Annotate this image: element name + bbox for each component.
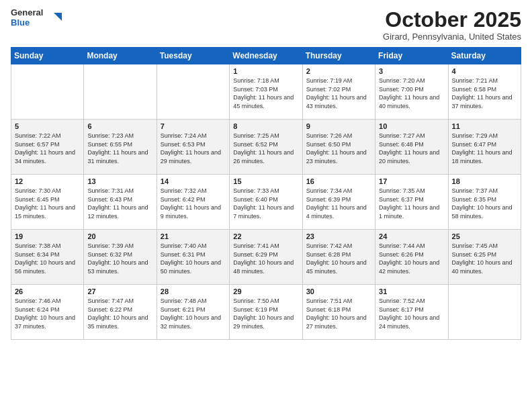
- day-number: 21: [161, 232, 226, 240]
- day-info: Sunrise: 7:29 AM Sunset: 6:47 PM Dayligh…: [452, 132, 517, 165]
- day-number: 17: [379, 177, 444, 185]
- day-number: 2: [306, 67, 371, 75]
- logo-arrow-icon: [48, 11, 62, 25]
- day-info: Sunrise: 7:31 AM Sunset: 6:43 PM Dayligh…: [87, 187, 152, 220]
- day-info: Sunrise: 7:34 AM Sunset: 6:39 PM Dayligh…: [306, 187, 371, 220]
- calendar-cell: 27Sunrise: 7:47 AM Sunset: 6:22 PM Dayli…: [84, 285, 157, 340]
- calendar-cell: 2Sunrise: 7:19 AM Sunset: 7:02 PM Daylig…: [302, 64, 375, 120]
- calendar-header-row: SundayMondayTuesdayWednesdayThursdayFrid…: [11, 48, 521, 64]
- calendar-cell: 26Sunrise: 7:46 AM Sunset: 6:24 PM Dayli…: [11, 285, 84, 340]
- calendar-cell: [448, 285, 521, 340]
- day-number: 27: [87, 287, 152, 295]
- day-number: 15: [233, 177, 298, 185]
- day-info: Sunrise: 7:44 AM Sunset: 6:26 PM Dayligh…: [379, 242, 444, 275]
- day-info: Sunrise: 7:47 AM Sunset: 6:22 PM Dayligh…: [87, 297, 152, 330]
- calendar-header-thursday: Thursday: [302, 48, 375, 64]
- day-number: 12: [15, 177, 80, 185]
- calendar-header-monday: Monday: [84, 48, 157, 64]
- day-info: Sunrise: 7:27 AM Sunset: 6:48 PM Dayligh…: [379, 132, 444, 165]
- day-info: Sunrise: 7:19 AM Sunset: 7:02 PM Dayligh…: [306, 77, 371, 110]
- day-info: Sunrise: 7:32 AM Sunset: 6:42 PM Dayligh…: [161, 187, 226, 220]
- day-info: Sunrise: 7:33 AM Sunset: 6:40 PM Dayligh…: [233, 187, 298, 220]
- day-info: Sunrise: 7:23 AM Sunset: 6:55 PM Dayligh…: [87, 132, 152, 165]
- calendar-cell: 11Sunrise: 7:29 AM Sunset: 6:47 PM Dayli…: [448, 120, 521, 175]
- day-info: Sunrise: 7:50 AM Sunset: 6:19 PM Dayligh…: [233, 297, 298, 330]
- calendar-cell: [84, 64, 157, 120]
- day-info: Sunrise: 7:20 AM Sunset: 7:00 PM Dayligh…: [379, 77, 444, 110]
- calendar-week-2: 5Sunrise: 7:22 AM Sunset: 6:57 PM Daylig…: [11, 120, 521, 175]
- day-info: Sunrise: 7:37 AM Sunset: 6:35 PM Dayligh…: [452, 187, 517, 220]
- day-number: 31: [379, 287, 444, 295]
- day-number: 9: [306, 122, 371, 130]
- calendar-cell: 17Sunrise: 7:35 AM Sunset: 6:37 PM Dayli…: [375, 175, 448, 230]
- calendar-cell: 1Sunrise: 7:18 AM Sunset: 7:03 PM Daylig…: [230, 64, 302, 120]
- calendar-cell: 5Sunrise: 7:22 AM Sunset: 6:57 PM Daylig…: [11, 120, 84, 175]
- logo-general: General: [11, 8, 43, 18]
- day-info: Sunrise: 7:42 AM Sunset: 6:28 PM Dayligh…: [306, 242, 371, 275]
- day-info: Sunrise: 7:48 AM Sunset: 6:21 PM Dayligh…: [161, 297, 226, 330]
- calendar-week-5: 26Sunrise: 7:46 AM Sunset: 6:24 PM Dayli…: [11, 285, 521, 340]
- subtitle: Girard, Pennsylvania, United States: [383, 32, 521, 42]
- calendar-cell: 4Sunrise: 7:21 AM Sunset: 6:58 PM Daylig…: [448, 64, 521, 120]
- calendar-cell: 9Sunrise: 7:26 AM Sunset: 6:50 PM Daylig…: [302, 120, 375, 175]
- day-number: 22: [233, 232, 298, 240]
- day-number: 13: [87, 177, 152, 185]
- day-number: 29: [233, 287, 298, 295]
- calendar-cell: 10Sunrise: 7:27 AM Sunset: 6:48 PM Dayli…: [375, 120, 448, 175]
- day-number: 14: [161, 177, 226, 185]
- calendar-week-3: 12Sunrise: 7:30 AM Sunset: 6:45 PM Dayli…: [11, 175, 521, 230]
- header: General Blue October 2025 Girard, Pennsy…: [11, 8, 521, 42]
- calendar-header-tuesday: Tuesday: [157, 48, 229, 64]
- day-info: Sunrise: 7:39 AM Sunset: 6:32 PM Dayligh…: [87, 242, 152, 275]
- day-number: 20: [87, 232, 152, 240]
- page: General Blue October 2025 Girard, Pennsy…: [0, 0, 532, 411]
- day-number: 26: [15, 287, 80, 295]
- day-number: 5: [15, 122, 80, 130]
- day-number: 25: [452, 232, 517, 240]
- calendar-cell: 19Sunrise: 7:38 AM Sunset: 6:34 PM Dayli…: [11, 230, 84, 285]
- calendar-cell: 6Sunrise: 7:23 AM Sunset: 6:55 PM Daylig…: [84, 120, 157, 175]
- day-info: Sunrise: 7:30 AM Sunset: 6:45 PM Dayligh…: [15, 187, 80, 220]
- calendar-header-saturday: Saturday: [448, 48, 521, 64]
- calendar-header-sunday: Sunday: [11, 48, 84, 64]
- calendar-cell: 13Sunrise: 7:31 AM Sunset: 6:43 PM Dayli…: [84, 175, 157, 230]
- calendar-cell: 22Sunrise: 7:41 AM Sunset: 6:29 PM Dayli…: [230, 230, 302, 285]
- calendar-cell: [157, 64, 229, 120]
- day-info: Sunrise: 7:22 AM Sunset: 6:57 PM Dayligh…: [15, 132, 80, 165]
- day-number: 28: [161, 287, 226, 295]
- calendar-cell: [11, 64, 84, 120]
- calendar-cell: 24Sunrise: 7:44 AM Sunset: 6:26 PM Dayli…: [375, 230, 448, 285]
- day-info: Sunrise: 7:40 AM Sunset: 6:31 PM Dayligh…: [161, 242, 226, 275]
- day-info: Sunrise: 7:26 AM Sunset: 6:50 PM Dayligh…: [306, 132, 371, 165]
- calendar-header-wednesday: Wednesday: [230, 48, 302, 64]
- logo: General Blue: [11, 8, 62, 28]
- day-info: Sunrise: 7:46 AM Sunset: 6:24 PM Dayligh…: [15, 297, 80, 330]
- calendar-cell: 7Sunrise: 7:24 AM Sunset: 6:53 PM Daylig…: [157, 120, 229, 175]
- day-number: 1: [233, 67, 298, 75]
- calendar-cell: 29Sunrise: 7:50 AM Sunset: 6:19 PM Dayli…: [230, 285, 302, 340]
- day-number: 8: [233, 122, 298, 130]
- day-number: 10: [379, 122, 444, 130]
- svg-marker-0: [54, 13, 62, 21]
- day-info: Sunrise: 7:18 AM Sunset: 7:03 PM Dayligh…: [233, 77, 298, 110]
- calendar-week-4: 19Sunrise: 7:38 AM Sunset: 6:34 PM Dayli…: [11, 230, 521, 285]
- calendar-cell: 15Sunrise: 7:33 AM Sunset: 6:40 PM Dayli…: [230, 175, 302, 230]
- calendar-cell: 12Sunrise: 7:30 AM Sunset: 6:45 PM Dayli…: [11, 175, 84, 230]
- calendar-table: SundayMondayTuesdayWednesdayThursdayFrid…: [11, 47, 521, 340]
- day-number: 11: [452, 122, 517, 130]
- day-number: 3: [379, 67, 444, 75]
- day-number: 23: [306, 232, 371, 240]
- calendar-cell: 30Sunrise: 7:51 AM Sunset: 6:18 PM Dayli…: [302, 285, 375, 340]
- calendar-cell: 3Sunrise: 7:20 AM Sunset: 7:00 PM Daylig…: [375, 64, 448, 120]
- day-number: 30: [306, 287, 371, 295]
- calendar-cell: 14Sunrise: 7:32 AM Sunset: 6:42 PM Dayli…: [157, 175, 229, 230]
- day-number: 16: [306, 177, 371, 185]
- day-number: 7: [161, 122, 226, 130]
- title-block: October 2025 Girard, Pennsylvania, Unite…: [383, 8, 521, 42]
- day-number: 18: [452, 177, 517, 185]
- day-info: Sunrise: 7:52 AM Sunset: 6:17 PM Dayligh…: [379, 297, 444, 330]
- day-info: Sunrise: 7:45 AM Sunset: 6:25 PM Dayligh…: [452, 242, 517, 275]
- day-number: 24: [379, 232, 444, 240]
- calendar-cell: 16Sunrise: 7:34 AM Sunset: 6:39 PM Dayli…: [302, 175, 375, 230]
- day-number: 19: [15, 232, 80, 240]
